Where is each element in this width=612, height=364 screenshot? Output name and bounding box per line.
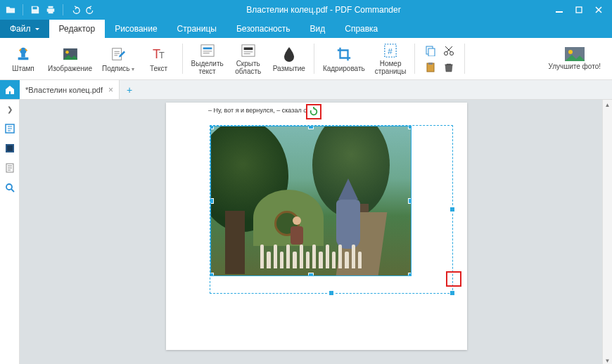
separator xyxy=(314,44,314,74)
redo-icon[interactable] xyxy=(84,4,97,16)
menu-draw[interactable]: Рисование xyxy=(105,20,167,38)
stamp-button[interactable]: Штамп xyxy=(6,41,41,77)
bookmarks-icon[interactable] xyxy=(4,142,16,155)
svg-rect-13 xyxy=(243,47,253,50)
expand-panel-icon[interactable]: ❯ xyxy=(0,103,19,115)
frame-handle-br[interactable] xyxy=(450,290,455,296)
hidearea-icon xyxy=(239,42,257,58)
separator xyxy=(23,4,23,15)
menu-help[interactable]: Справка xyxy=(335,20,388,38)
add-tab-button[interactable]: + xyxy=(120,80,139,99)
text-button[interactable]: TT Текст xyxy=(141,41,177,77)
signature-icon xyxy=(109,45,127,63)
svg-rect-11 xyxy=(203,47,212,49)
illustration xyxy=(211,126,411,275)
promo-label: Улучшите фото! xyxy=(548,63,601,70)
separator xyxy=(182,44,183,74)
resize-handle-bl[interactable] xyxy=(210,273,214,276)
close-icon[interactable] xyxy=(592,4,605,16)
paste-icon[interactable] xyxy=(423,60,438,74)
blur-button[interactable]: Размытие xyxy=(270,41,308,77)
svg-rect-7 xyxy=(113,48,122,60)
resize-handle-tr[interactable] xyxy=(408,126,412,129)
inserted-image[interactable] xyxy=(210,126,412,276)
scroll-up-icon[interactable]: ▲ xyxy=(603,100,612,110)
attachments-icon[interactable] xyxy=(4,162,16,174)
undo-icon[interactable] xyxy=(69,4,82,16)
home-button[interactable] xyxy=(0,80,20,99)
svg-point-18 xyxy=(445,51,448,55)
menu-security[interactable]: Безопасность xyxy=(227,20,300,38)
blur-icon xyxy=(280,45,298,63)
print-icon[interactable] xyxy=(44,4,57,16)
rotate-handle[interactable] xyxy=(306,104,321,119)
frame-handle-b[interactable] xyxy=(329,290,334,296)
svg-rect-0 xyxy=(556,11,563,13)
document-tab[interactable]: *Властелин колец.pdf × xyxy=(20,80,120,99)
svg-text:#: # xyxy=(388,46,393,56)
resize-handle-r[interactable] xyxy=(408,198,412,204)
vertical-scrollbar[interactable]: ▲ ▼ xyxy=(602,100,612,364)
menu-file[interactable]: Файл xyxy=(0,20,49,38)
resize-handle-b[interactable] xyxy=(308,273,314,276)
svg-rect-3 xyxy=(21,53,25,58)
svg-rect-21 xyxy=(428,63,433,65)
stamp-label: Штамп xyxy=(12,65,34,72)
minimize-icon[interactable] xyxy=(553,4,566,16)
document-canvas[interactable]: – Ну, вот я и вернулся, – сказал он. xyxy=(20,100,612,364)
text-label: Текст xyxy=(150,65,167,72)
resize-handle-l[interactable] xyxy=(210,198,214,204)
stamp-icon xyxy=(14,45,32,63)
save-icon[interactable] xyxy=(29,4,42,16)
cut-icon[interactable] xyxy=(442,44,456,58)
separator xyxy=(63,4,63,15)
resize-handle-tl[interactable] xyxy=(210,126,214,129)
blur-label: Размытие xyxy=(273,65,305,72)
highlight-icon xyxy=(198,42,217,58)
image-button[interactable]: Изображение xyxy=(45,41,95,77)
svg-rect-17 xyxy=(428,48,435,56)
pagenum-button[interactable]: # Номер страницы xyxy=(372,41,409,77)
hidearea-label: Скрыть область xyxy=(235,60,261,75)
menu-view[interactable]: Вид xyxy=(300,20,336,38)
copy-icon[interactable] xyxy=(423,44,438,58)
open-icon[interactable] xyxy=(4,4,17,16)
signature-label: Подпись xyxy=(102,65,130,72)
scroll-down-icon[interactable]: ▼ xyxy=(603,356,612,364)
svg-rect-1 xyxy=(576,7,582,13)
window-title: Властелин колец.pdf - PDF Commander xyxy=(101,5,546,15)
frame-handle-r[interactable] xyxy=(450,207,455,212)
document-tab-label: *Властелин колец.pdf xyxy=(25,86,103,94)
image-icon xyxy=(61,45,79,63)
image-label: Изображение xyxy=(48,65,92,72)
crop-frame[interactable] xyxy=(210,125,453,294)
text-icon: TT xyxy=(150,45,168,63)
svg-point-23 xyxy=(568,50,573,54)
promo-button[interactable]: Улучшите фото! xyxy=(542,46,606,72)
thumbnails-icon[interactable] xyxy=(4,122,16,135)
svg-rect-4 xyxy=(18,58,29,60)
signature-button[interactable]: Подпись▾ xyxy=(99,41,137,77)
svg-point-19 xyxy=(450,51,454,55)
svg-rect-10 xyxy=(201,44,214,56)
svg-point-28 xyxy=(6,184,12,190)
crop-button[interactable]: Кадрировать xyxy=(320,41,368,77)
hidearea-button[interactable]: Скрыть область xyxy=(231,41,266,77)
resize-handle-t[interactable] xyxy=(308,126,314,129)
resize-handle-br[interactable] xyxy=(408,273,412,276)
crop-icon xyxy=(335,45,353,63)
search-icon[interactable] xyxy=(4,181,16,194)
svg-point-6 xyxy=(65,51,69,54)
maximize-icon[interactable] xyxy=(573,4,585,16)
pagenum-label: Номер страницы xyxy=(375,60,407,75)
highlight-label: Выделить текст xyxy=(191,60,224,75)
crop-label: Кадрировать xyxy=(323,65,365,72)
delete-icon[interactable] xyxy=(442,60,456,74)
menu-pages[interactable]: Страницы xyxy=(167,20,227,38)
separator xyxy=(464,44,465,74)
highlight-button[interactable]: Выделить текст xyxy=(189,41,227,77)
menu-editor[interactable]: Редактор xyxy=(49,20,106,38)
separator xyxy=(414,44,415,74)
svg-rect-12 xyxy=(242,44,255,56)
close-tab-icon[interactable]: × xyxy=(108,85,113,95)
